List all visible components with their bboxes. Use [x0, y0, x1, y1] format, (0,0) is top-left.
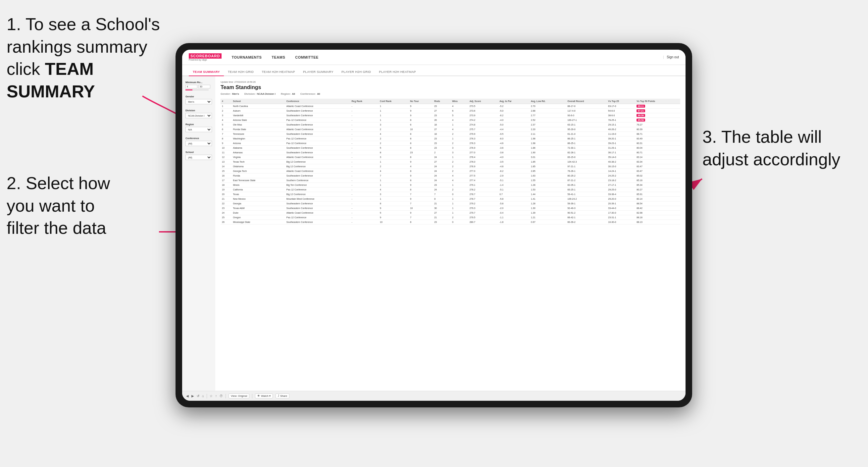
cell-conference: Atlantic Coast Conference: [285, 104, 350, 108]
tab-player-h2h-grid[interactable]: PLAYER H2H GRID: [338, 68, 375, 76]
cell-rank: 19: [221, 187, 232, 192]
toolbar-bookmark-icon[interactable]: ☆: [210, 394, 213, 398]
table-row[interactable]: 4 Arizona State Pac-12 Conference - 1 8 …: [221, 118, 680, 123]
cell-adj-score: 280.7: [468, 220, 498, 224]
cell-adj-score: 273.6: [468, 108, 498, 113]
instruction-2-line3: filter the data: [7, 218, 106, 238]
score-badge: 89.11: [637, 105, 645, 107]
cell-vs25: 39-20-1: [607, 136, 635, 141]
cell-reg-rank: -: [350, 164, 379, 169]
table-row[interactable]: 23 Texas A&M Southeastern Conference - 9…: [221, 206, 680, 211]
table-row[interactable]: 25 Oregon Pac-12 Conference - 9 7 21 2 2…: [221, 215, 680, 220]
nav-tournaments[interactable]: TOURNAMENTS: [231, 54, 261, 61]
share-icon: ⤴: [278, 395, 279, 398]
table-row[interactable]: 12 Virginia Atlantic Coast Conference - …: [221, 155, 680, 160]
filter-region-select[interactable]: N/A: [185, 127, 212, 132]
filter-school-select[interactable]: (All): [185, 155, 212, 160]
filter-division-select[interactable]: NCAA Division I: [185, 113, 212, 118]
cell-reg-rank: -: [350, 206, 379, 211]
filter-min-rank-input1[interactable]: [185, 85, 197, 88]
table-row[interactable]: 22 Georgia Southeastern Conference - 8 7…: [221, 201, 680, 206]
cell-no-tour: 10: [409, 127, 433, 132]
tab-team-summary[interactable]: TEAM SUMMARY: [189, 68, 224, 76]
cell-reg-rank: -: [350, 174, 379, 178]
cell-school: Georgia: [232, 201, 285, 206]
cell-reg-rank: -: [350, 113, 379, 118]
filter-min-rank-label: Minimum Ro...: [185, 81, 212, 84]
cell-vs50: 88.71: [635, 132, 680, 136]
cell-vs25: 31-29-1: [607, 146, 635, 150]
cell-overall: 61-21-0: [566, 132, 607, 136]
cell-vs25: 14-24-1: [607, 169, 635, 174]
tab-player-summary[interactable]: PLAYER SUMMARY: [299, 68, 338, 76]
table-row[interactable]: 10 Alabama Southeastern Conference - 5 8…: [221, 146, 680, 150]
table-row[interactable]: 16 Florida Southeastern Conference - 7 9…: [221, 174, 680, 178]
sign-out[interactable]: | Sign out: [663, 55, 679, 59]
tab-player-h2h-heatmap[interactable]: PLAYER H2H HEATMAP: [375, 68, 420, 76]
filter-gender-select[interactable]: Men's: [185, 99, 212, 104]
score-value: 88.18: [637, 216, 643, 219]
table-row[interactable]: 11 Arkansas Southeastern Conference - 8 …: [221, 150, 680, 155]
cell-no-tour: 7: [409, 215, 433, 220]
cell-avg-to-par: -4.0: [498, 118, 530, 123]
toolbar-divider-2: [225, 394, 226, 399]
table-row[interactable]: 7 Tennessee Southeastern Conference - 4 …: [221, 132, 680, 136]
cell-rank: 17: [221, 178, 232, 183]
cell-conf-rank: 3: [378, 192, 409, 197]
toolbar-share-icon-small[interactable]: ↑: [215, 394, 217, 398]
cell-rnds: 24: [433, 187, 451, 192]
toolbar-forward-icon[interactable]: ▶: [191, 394, 194, 398]
cell-rank: 10: [221, 146, 232, 150]
cell-no-tour: 8: [409, 187, 433, 192]
filter-min-rank-input2[interactable]: [198, 85, 210, 88]
cell-reg-rank: -: [350, 160, 379, 164]
cell-rnds: 24: [433, 178, 451, 183]
tablet: SCOREBOARD Powered by clippi TOURNAMENTS…: [176, 43, 692, 407]
table-row[interactable]: 18 Illinois Big Ten Conference - 1 9 23 …: [221, 183, 680, 187]
cell-avg-to-par: -4.4: [498, 127, 530, 132]
toolbar-share[interactable]: ⤴ Share: [276, 394, 289, 399]
table-row[interactable]: 9 Arizona Pac-12 Conference - 2 8 23 2 2…: [221, 141, 680, 146]
cell-wins: 1: [451, 123, 468, 127]
cell-rnds: 23: [433, 220, 451, 224]
table-row[interactable]: 13 Texas Tech Big 12 Conference - 1 9 27…: [221, 160, 680, 164]
toolbar-home-icon[interactable]: ⌂: [202, 394, 204, 398]
table-row[interactable]: 6 Florida State Atlantic Coast Conferenc…: [221, 127, 680, 132]
table-row[interactable]: 1 North Carolina Atlantic Coast Conferen…: [221, 104, 680, 108]
tab-team-h2h-grid[interactable]: TEAM H2H GRID: [224, 68, 258, 76]
nav-committee[interactable]: COMMITTEE: [295, 54, 318, 61]
table-row[interactable]: 5 Ole Miss Southeastern Conference - 3 6…: [221, 123, 680, 127]
toolbar-view-original[interactable]: View: Original: [228, 394, 249, 399]
table-row[interactable]: 26 Mississippi State Southeastern Confer…: [221, 220, 680, 224]
cell-overall: 86-25-1: [566, 141, 607, 146]
table-row[interactable]: 17 East Tennessee State Southern Confere…: [221, 178, 680, 183]
logo-scoreboard[interactable]: SCOREBOARD: [189, 53, 222, 59]
table-row[interactable]: 20 Texas Big 12 Conference - 3 7 7 0 278…: [221, 192, 680, 197]
filter-conference-select[interactable]: (All): [185, 141, 212, 146]
cell-avg-low: 3.01: [530, 155, 566, 160]
table-row[interactable]: 8 Washington Pac-12 Conference - 2 8 23 …: [221, 136, 680, 141]
table-row[interactable]: 21 New Mexico Mountain West Conference -…: [221, 197, 680, 201]
table-row[interactable]: 24 Duke Atlantic Coast Conference - 5 9 …: [221, 211, 680, 215]
table-row[interactable]: 19 California Pac-12 Conference - 4 8 24…: [221, 187, 680, 192]
cell-adj-score: 276.9: [468, 164, 498, 169]
tab-team-h2h-heatmap[interactable]: TEAM H2H HEATMAP: [258, 68, 299, 76]
table-row[interactable]: 15 Georgia Tech Atlantic Coast Conferenc…: [221, 169, 680, 174]
cell-rnds: 23: [433, 183, 451, 187]
cell-wins: 2: [451, 164, 468, 169]
cell-no-tour: 9: [409, 183, 433, 187]
toolbar-reload-icon[interactable]: ↺: [197, 394, 199, 398]
cell-overall: 97-21-1: [566, 164, 607, 169]
nav-teams[interactable]: TEAMS: [272, 54, 285, 61]
cell-no-tour: 9: [409, 113, 433, 118]
toolbar-back-icon[interactable]: ◀: [186, 394, 189, 398]
toolbar-watch[interactable]: 👁 Watch ▾: [255, 394, 273, 399]
table-row[interactable]: 3 Vanderbilt Southeastern Conference - 1…: [221, 113, 680, 118]
cell-no-tour: 9: [409, 174, 433, 178]
cell-adj-score: 277.0: [468, 150, 498, 155]
nav-items: TOURNAMENTS TEAMS COMMITTEE: [231, 54, 663, 61]
toolbar-clock-icon[interactable]: ⏱: [220, 394, 223, 398]
cell-overall: 82-28-1: [566, 150, 607, 155]
table-row[interactable]: 14 Oklahoma Big 12 Conference - 2 4 24 2…: [221, 164, 680, 169]
table-row[interactable]: 2 Auburn Southeastern Conference - 1 9 2…: [221, 108, 680, 113]
